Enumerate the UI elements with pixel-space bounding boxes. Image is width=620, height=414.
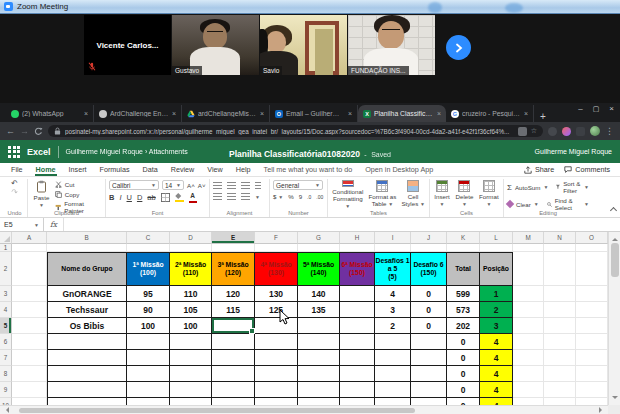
horizontal-scrollbar[interactable] bbox=[0, 405, 608, 414]
open-in-desktop-button[interactable]: Open in Desktop App bbox=[364, 163, 434, 176]
cell[interactable] bbox=[298, 382, 340, 398]
cell[interactable] bbox=[298, 366, 340, 382]
cell[interactable] bbox=[12, 350, 47, 366]
cell-total[interactable]: 202 bbox=[447, 318, 480, 334]
clear-button[interactable]: Clear▼ bbox=[507, 201, 539, 208]
cell[interactable] bbox=[544, 286, 576, 302]
col-header-A[interactable]: A bbox=[12, 232, 47, 244]
align-bottom-icon[interactable] bbox=[241, 182, 250, 189]
underline-icon[interactable]: U bbox=[127, 193, 132, 202]
app-launcher-icon[interactable] bbox=[8, 146, 20, 158]
cell[interactable] bbox=[544, 398, 576, 405]
cell-position[interactable]: 1 bbox=[480, 286, 513, 302]
cell-group-name[interactable]: Techssaur bbox=[47, 302, 127, 318]
cell[interactable] bbox=[411, 398, 447, 405]
cell-group-name[interactable]: Os Bibis bbox=[47, 318, 127, 334]
cell[interactable] bbox=[576, 302, 608, 318]
cell[interactable] bbox=[375, 244, 411, 252]
row-header-1[interactable]: 1 bbox=[0, 244, 12, 252]
tab-file[interactable]: File bbox=[10, 163, 24, 176]
row-header-2[interactable]: 2 bbox=[0, 252, 12, 286]
tab-close-icon[interactable]: × bbox=[437, 110, 441, 117]
collapse-ribbon-icon[interactable] bbox=[610, 207, 617, 214]
cell[interactable] bbox=[12, 334, 47, 350]
cell-position[interactable]: 3 bbox=[480, 318, 513, 334]
tab-home[interactable]: Home bbox=[35, 163, 57, 176]
cell[interactable] bbox=[544, 252, 576, 286]
browser-menu-icon[interactable]: ⋮ bbox=[605, 126, 614, 136]
minimize-button[interactable]: – bbox=[578, 104, 582, 113]
cell[interactable] bbox=[12, 366, 47, 382]
cell[interactable] bbox=[576, 244, 608, 252]
increase-decimal-icon[interactable]: .0 bbox=[307, 194, 311, 200]
header-missao-3[interactable]: 3ª Missão(120) bbox=[212, 252, 255, 286]
cell[interactable] bbox=[480, 244, 513, 252]
bookmark-star-icon[interactable]: ☆ bbox=[531, 127, 537, 135]
cell[interactable] bbox=[127, 366, 170, 382]
row-header-10[interactable]: 10 bbox=[0, 398, 12, 405]
cell[interactable] bbox=[411, 244, 447, 252]
cell[interactable] bbox=[340, 382, 375, 398]
cell[interactable] bbox=[255, 318, 298, 334]
cell[interactable] bbox=[375, 366, 411, 382]
cell-total[interactable]: 0 bbox=[447, 366, 480, 382]
cell[interactable] bbox=[544, 302, 576, 318]
row-header-8[interactable]: 8 bbox=[0, 366, 12, 382]
cell[interactable]: 125 bbox=[255, 302, 298, 318]
header-desafios-1-5[interactable]: Desafios 1 a 5(5) bbox=[375, 252, 411, 286]
profile-avatar[interactable] bbox=[590, 126, 600, 136]
scroll-down-icon[interactable] bbox=[612, 396, 618, 402]
double-underline-icon[interactable]: D bbox=[137, 193, 142, 202]
tab-close-icon[interactable]: × bbox=[524, 110, 528, 117]
tab-close-icon[interactable]: × bbox=[84, 110, 88, 117]
cell-position[interactable]: 4 bbox=[480, 382, 513, 398]
sort-filter-button[interactable]: Sort & Filter▼ bbox=[556, 180, 589, 194]
col-header-H[interactable]: H bbox=[340, 232, 375, 244]
cell[interactable] bbox=[127, 350, 170, 366]
cell[interactable] bbox=[47, 398, 127, 405]
row-header-3[interactable]: 3 bbox=[0, 286, 12, 302]
decrease-decimal-icon[interactable]: .00 bbox=[316, 194, 323, 200]
cell[interactable] bbox=[544, 244, 576, 252]
format-as-table-button[interactable]: Format as Table ▼ bbox=[368, 180, 398, 209]
header-total[interactable]: Total bbox=[447, 252, 480, 286]
col-header-O[interactable]: O bbox=[576, 232, 608, 244]
cell[interactable] bbox=[340, 302, 375, 318]
cell[interactable] bbox=[576, 318, 608, 334]
cell[interactable]: 140 bbox=[298, 286, 340, 302]
tab-help[interactable]: Help bbox=[235, 163, 252, 176]
fill-color-icon[interactable] bbox=[175, 193, 184, 202]
align-top-icon[interactable] bbox=[213, 182, 222, 189]
cell[interactable] bbox=[127, 244, 170, 252]
header-posicao[interactable]: Posição bbox=[480, 252, 513, 286]
next-participants-button[interactable] bbox=[446, 35, 471, 60]
tab-ardchallenge-envios[interactable]: ArdChallenge Envios × bbox=[94, 105, 182, 122]
cell[interactable] bbox=[298, 244, 340, 252]
extension-icon-1[interactable] bbox=[548, 127, 557, 136]
tab-close-icon[interactable]: × bbox=[260, 110, 264, 117]
font-family-select[interactable]: Calibri▼ bbox=[109, 180, 159, 190]
tab-view[interactable]: View bbox=[206, 163, 223, 176]
header-missao-2[interactable]: 2ª Missão(110) bbox=[170, 252, 212, 286]
strikethrough-icon[interactable]: ab bbox=[147, 193, 155, 202]
align-middle-icon[interactable] bbox=[227, 182, 236, 189]
cell[interactable] bbox=[170, 398, 212, 405]
cell[interactable] bbox=[576, 350, 608, 366]
share-button[interactable]: Share bbox=[524, 165, 554, 174]
cell[interactable] bbox=[513, 334, 544, 350]
bold-icon[interactable]: B bbox=[109, 193, 114, 202]
cell[interactable] bbox=[375, 398, 411, 405]
cell[interactable] bbox=[255, 398, 298, 405]
header-missao-4[interactable]: 4ª Missão(130) bbox=[255, 252, 298, 286]
cell[interactable] bbox=[212, 244, 255, 252]
address-bar[interactable]: posinatel-my.sharepoint.com/:x:/r/person… bbox=[48, 125, 543, 137]
cell[interactable] bbox=[576, 252, 608, 286]
cell-position[interactable]: 4 bbox=[480, 334, 513, 350]
cell[interactable] bbox=[340, 286, 375, 302]
horizontal-scroll-thumb[interactable] bbox=[19, 408, 415, 413]
cell[interactable] bbox=[411, 366, 447, 382]
cell[interactable] bbox=[12, 286, 47, 302]
cell[interactable] bbox=[47, 244, 127, 252]
cell[interactable]: 90 bbox=[127, 302, 170, 318]
cell-styles-button[interactable]: Cell Styles ▼ bbox=[400, 180, 426, 209]
